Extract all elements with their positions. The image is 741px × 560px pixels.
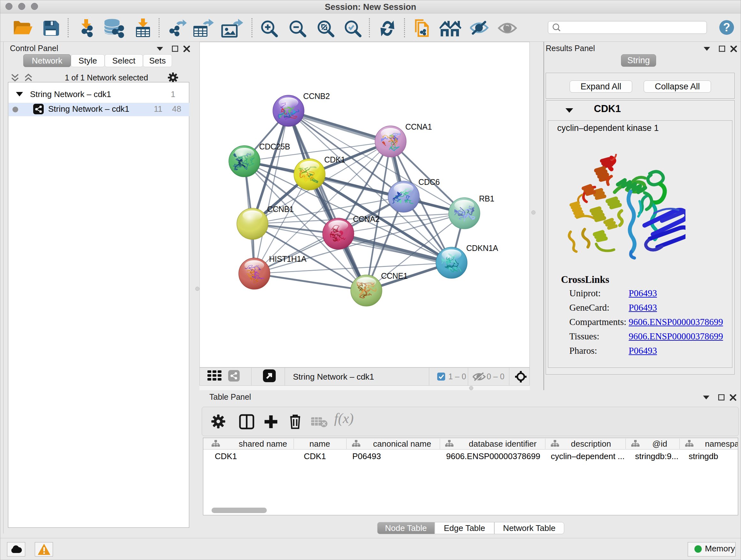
svg-text:CCNB2: CCNB2 <box>303 91 330 101</box>
svg-text:CDC6: CDC6 <box>418 178 440 186</box>
svg-text:CDC25B: CDC25B <box>259 142 290 151</box>
svg-text:CDKN1A: CDKN1A <box>466 244 498 253</box>
svg-text:RB1: RB1 <box>479 194 494 203</box>
svg-text:CCNA1: CCNA1 <box>405 122 432 131</box>
svg-text:HIST1H1A: HIST1H1A <box>269 254 307 263</box>
svg-text:CCNA2: CCNA2 <box>353 214 380 224</box>
svg-text:CCNE1: CCNE1 <box>381 271 408 280</box>
svg-text:CCNB1: CCNB1 <box>267 205 293 213</box>
svg-text:CDK1: CDK1 <box>324 155 345 164</box>
